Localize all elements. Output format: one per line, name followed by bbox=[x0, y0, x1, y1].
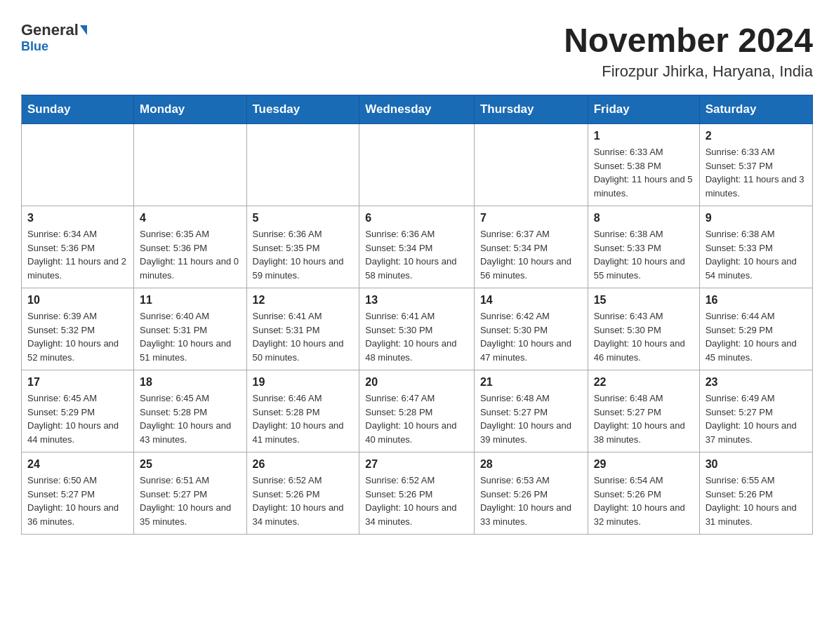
day-info: Sunrise: 6:33 AM Sunset: 5:38 PM Dayligh… bbox=[594, 145, 694, 200]
day-info: Sunrise: 6:35 AM Sunset: 5:36 PM Dayligh… bbox=[140, 227, 240, 282]
day-cell: 19Sunrise: 6:46 AM Sunset: 5:28 PM Dayli… bbox=[246, 370, 359, 452]
day-number: 5 bbox=[253, 212, 354, 224]
col-header-friday: Friday bbox=[588, 95, 699, 124]
day-cell: 2Sunrise: 6:33 AM Sunset: 5:37 PM Daylig… bbox=[699, 124, 812, 206]
day-info: Sunrise: 6:46 AM Sunset: 5:28 PM Dayligh… bbox=[253, 391, 354, 446]
day-cell bbox=[246, 124, 359, 206]
day-number: 14 bbox=[480, 294, 582, 307]
day-info: Sunrise: 6:36 AM Sunset: 5:34 PM Dayligh… bbox=[365, 227, 468, 282]
day-cell: 17Sunrise: 6:45 AM Sunset: 5:29 PM Dayli… bbox=[22, 370, 134, 452]
day-number: 29 bbox=[594, 458, 694, 471]
day-info: Sunrise: 6:50 AM Sunset: 5:27 PM Dayligh… bbox=[27, 474, 128, 528]
day-number: 9 bbox=[706, 212, 807, 224]
day-number: 24 bbox=[27, 458, 128, 471]
day-info: Sunrise: 6:48 AM Sunset: 5:27 PM Dayligh… bbox=[594, 391, 694, 446]
day-info: Sunrise: 6:55 AM Sunset: 5:26 PM Dayligh… bbox=[706, 474, 807, 528]
day-number: 19 bbox=[253, 376, 354, 389]
day-number: 21 bbox=[480, 376, 582, 389]
week-row-2: 3Sunrise: 6:34 AM Sunset: 5:36 PM Daylig… bbox=[22, 206, 813, 288]
day-info: Sunrise: 6:33 AM Sunset: 5:37 PM Dayligh… bbox=[706, 145, 807, 200]
day-info: Sunrise: 6:41 AM Sunset: 5:31 PM Dayligh… bbox=[253, 309, 354, 364]
day-info: Sunrise: 6:37 AM Sunset: 5:34 PM Dayligh… bbox=[480, 227, 582, 282]
day-number: 15 bbox=[594, 294, 694, 307]
day-number: 6 bbox=[365, 212, 468, 224]
col-header-wednesday: Wednesday bbox=[359, 95, 475, 124]
day-cell: 1Sunrise: 6:33 AM Sunset: 5:38 PM Daylig… bbox=[588, 124, 699, 206]
calendar-header-row: SundayMondayTuesdayWednesdayThursdayFrid… bbox=[22, 95, 813, 124]
day-info: Sunrise: 6:51 AM Sunset: 5:27 PM Dayligh… bbox=[140, 474, 240, 528]
day-cell: 10Sunrise: 6:39 AM Sunset: 5:32 PM Dayli… bbox=[22, 288, 134, 370]
day-info: Sunrise: 6:43 AM Sunset: 5:30 PM Dayligh… bbox=[594, 309, 694, 364]
day-cell: 29Sunrise: 6:54 AM Sunset: 5:26 PM Dayli… bbox=[588, 452, 699, 535]
col-header-thursday: Thursday bbox=[474, 95, 588, 124]
day-cell bbox=[359, 124, 475, 206]
day-number: 13 bbox=[365, 294, 468, 307]
day-cell: 26Sunrise: 6:52 AM Sunset: 5:26 PM Dayli… bbox=[246, 452, 359, 535]
calendar-table: SundayMondayTuesdayWednesdayThursdayFrid… bbox=[21, 95, 813, 535]
day-number: 10 bbox=[27, 294, 128, 307]
day-cell: 8Sunrise: 6:38 AM Sunset: 5:33 PM Daylig… bbox=[588, 206, 699, 288]
day-cell bbox=[22, 124, 134, 206]
day-info: Sunrise: 6:45 AM Sunset: 5:29 PM Dayligh… bbox=[27, 391, 128, 446]
day-number: 26 bbox=[253, 458, 354, 471]
day-cell: 18Sunrise: 6:45 AM Sunset: 5:28 PM Dayli… bbox=[134, 370, 246, 452]
day-number: 8 bbox=[594, 212, 694, 224]
day-cell: 27Sunrise: 6:52 AM Sunset: 5:26 PM Dayli… bbox=[359, 452, 475, 535]
col-header-saturday: Saturday bbox=[699, 95, 812, 124]
day-number: 17 bbox=[27, 376, 128, 389]
location-label: Firozpur Jhirka, Haryana, India bbox=[564, 62, 813, 81]
day-number: 1 bbox=[594, 130, 694, 142]
day-cell: 12Sunrise: 6:41 AM Sunset: 5:31 PM Dayli… bbox=[246, 288, 359, 370]
day-info: Sunrise: 6:54 AM Sunset: 5:26 PM Dayligh… bbox=[594, 474, 694, 528]
day-number: 23 bbox=[706, 376, 807, 389]
day-number: 4 bbox=[140, 212, 240, 224]
day-cell: 11Sunrise: 6:40 AM Sunset: 5:31 PM Dayli… bbox=[134, 288, 246, 370]
day-info: Sunrise: 6:38 AM Sunset: 5:33 PM Dayligh… bbox=[706, 227, 807, 282]
day-number: 30 bbox=[706, 458, 807, 471]
day-number: 7 bbox=[480, 212, 582, 224]
day-info: Sunrise: 6:41 AM Sunset: 5:30 PM Dayligh… bbox=[365, 309, 468, 364]
day-number: 3 bbox=[27, 212, 128, 224]
day-cell: 21Sunrise: 6:48 AM Sunset: 5:27 PM Dayli… bbox=[474, 370, 588, 452]
day-info: Sunrise: 6:47 AM Sunset: 5:28 PM Dayligh… bbox=[365, 391, 468, 446]
day-cell bbox=[134, 124, 246, 206]
day-cell: 4Sunrise: 6:35 AM Sunset: 5:36 PM Daylig… bbox=[134, 206, 246, 288]
day-cell: 22Sunrise: 6:48 AM Sunset: 5:27 PM Dayli… bbox=[588, 370, 699, 452]
day-info: Sunrise: 6:39 AM Sunset: 5:32 PM Dayligh… bbox=[27, 309, 128, 364]
day-cell: 13Sunrise: 6:41 AM Sunset: 5:30 PM Dayli… bbox=[359, 288, 475, 370]
day-info: Sunrise: 6:38 AM Sunset: 5:33 PM Dayligh… bbox=[594, 227, 694, 282]
week-row-5: 24Sunrise: 6:50 AM Sunset: 5:27 PM Dayli… bbox=[22, 452, 813, 535]
day-number: 2 bbox=[706, 130, 807, 142]
day-info: Sunrise: 6:53 AM Sunset: 5:26 PM Dayligh… bbox=[480, 474, 582, 528]
day-cell: 14Sunrise: 6:42 AM Sunset: 5:30 PM Dayli… bbox=[474, 288, 588, 370]
logo-general: General bbox=[21, 21, 79, 39]
day-number: 27 bbox=[365, 458, 468, 471]
day-info: Sunrise: 6:52 AM Sunset: 5:26 PM Dayligh… bbox=[253, 474, 354, 528]
logo-triangle-icon bbox=[80, 25, 87, 35]
title-area: November 2024 Firozpur Jhirka, Haryana, … bbox=[564, 21, 813, 81]
day-number: 12 bbox=[253, 294, 354, 307]
day-cell bbox=[474, 124, 588, 206]
day-cell: 25Sunrise: 6:51 AM Sunset: 5:27 PM Dayli… bbox=[134, 452, 246, 535]
day-number: 20 bbox=[365, 376, 468, 389]
day-cell: 6Sunrise: 6:36 AM Sunset: 5:34 PM Daylig… bbox=[359, 206, 475, 288]
day-cell: 3Sunrise: 6:34 AM Sunset: 5:36 PM Daylig… bbox=[22, 206, 134, 288]
day-number: 25 bbox=[140, 458, 240, 471]
day-info: Sunrise: 6:44 AM Sunset: 5:29 PM Dayligh… bbox=[706, 309, 807, 364]
day-number: 16 bbox=[706, 294, 807, 307]
day-info: Sunrise: 6:42 AM Sunset: 5:30 PM Dayligh… bbox=[480, 309, 582, 364]
day-info: Sunrise: 6:52 AM Sunset: 5:26 PM Dayligh… bbox=[365, 474, 468, 528]
day-cell: 9Sunrise: 6:38 AM Sunset: 5:33 PM Daylig… bbox=[699, 206, 812, 288]
day-cell: 24Sunrise: 6:50 AM Sunset: 5:27 PM Dayli… bbox=[22, 452, 134, 535]
day-info: Sunrise: 6:36 AM Sunset: 5:35 PM Dayligh… bbox=[253, 227, 354, 282]
day-cell: 20Sunrise: 6:47 AM Sunset: 5:28 PM Dayli… bbox=[359, 370, 475, 452]
day-number: 11 bbox=[140, 294, 240, 307]
day-info: Sunrise: 6:45 AM Sunset: 5:28 PM Dayligh… bbox=[140, 391, 240, 446]
day-cell: 16Sunrise: 6:44 AM Sunset: 5:29 PM Dayli… bbox=[699, 288, 812, 370]
week-row-3: 10Sunrise: 6:39 AM Sunset: 5:32 PM Dayli… bbox=[22, 288, 813, 370]
day-info: Sunrise: 6:40 AM Sunset: 5:31 PM Dayligh… bbox=[140, 309, 240, 364]
page-header: General Blue November 2024 Firozpur Jhir… bbox=[21, 21, 813, 81]
day-number: 22 bbox=[594, 376, 694, 389]
col-header-monday: Monday bbox=[134, 95, 246, 124]
col-header-sunday: Sunday bbox=[22, 95, 134, 124]
